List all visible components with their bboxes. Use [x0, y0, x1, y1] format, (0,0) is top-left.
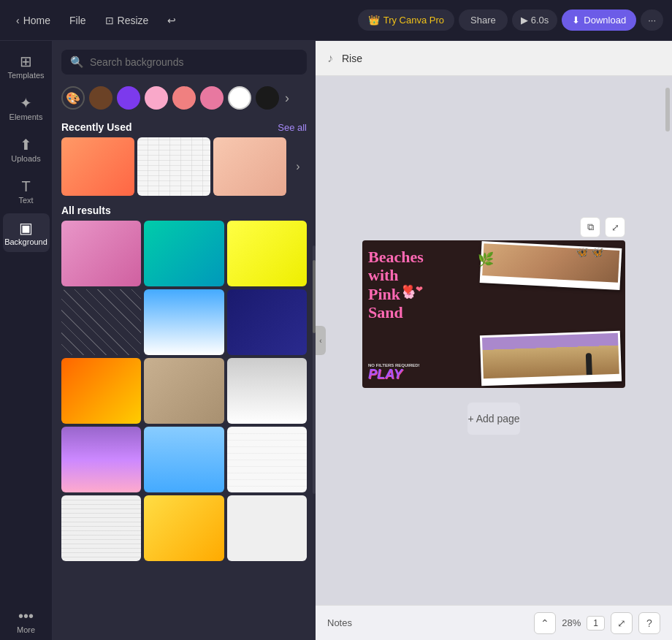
- result-thumb-12[interactable]: [227, 427, 307, 492]
- sidebar-item-background[interactable]: ▣ Background: [3, 213, 50, 252]
- music-icon: ♪: [327, 52, 333, 65]
- more-icon: •••: [18, 609, 34, 623]
- fullscreen-icon: ⤢: [617, 617, 626, 629]
- more-slide-button[interactable]: ⤢: [605, 217, 625, 237]
- search-box[interactable]: 🔍: [61, 50, 307, 75]
- bottom-bar: Notes ⌃ 28% 1 ⤢ ?: [316, 605, 672, 640]
- fullscreen-button[interactable]: ⤢: [611, 612, 633, 634]
- salmon-swatch[interactable]: [172, 86, 196, 110]
- result-thumb-1[interactable]: [61, 221, 141, 286]
- slide-card[interactable]: Beaches with Pink 🌸 Sand ❤️ ❤ NO FILTERS…: [362, 240, 625, 388]
- resize-button[interactable]: ⊡ Resize: [98, 10, 156, 31]
- pink-medium-swatch[interactable]: [200, 86, 224, 110]
- sidebar-item-text[interactable]: T Text: [3, 172, 50, 210]
- try-pro-label: Try Canva Pro: [383, 15, 444, 26]
- notes-expand-button[interactable]: ⌃: [534, 612, 556, 634]
- panel-scroll[interactable]: Recently Used See all › All results: [53, 115, 316, 640]
- slide-line1: Beaches: [368, 248, 424, 266]
- add-page-label: + Add page: [467, 413, 519, 424]
- result-thumb-9[interactable]: [227, 358, 307, 424]
- palette-swatch[interactable]: 🎨: [61, 86, 85, 110]
- result-thumb-8[interactable]: [144, 358, 224, 424]
- play-duration: 6.0s: [531, 15, 549, 26]
- canvas-title: Rise: [342, 53, 362, 64]
- result-thumb-10[interactable]: [61, 427, 141, 492]
- share-button[interactable]: Share: [459, 9, 508, 31]
- home-label: Home: [23, 15, 50, 26]
- result-thumb-2[interactable]: [144, 221, 224, 286]
- result-thumb-14[interactable]: [144, 495, 224, 561]
- home-button[interactable]: ‹ Home: [9, 10, 58, 31]
- sidebar-item-uploads[interactable]: ⬆ Uploads: [3, 130, 50, 169]
- main-layout: ⊞ Templates ✦ Elements ⬆ Uploads T Text …: [0, 41, 672, 640]
- resize-icon: ⊡: [105, 15, 114, 26]
- resize-label: Resize: [118, 15, 149, 26]
- result-thumb-11[interactable]: [144, 427, 224, 492]
- zoom-label: 28%: [562, 617, 581, 628]
- slide-container[interactable]: ⧉ ⤢ Beaches with Pink �: [362, 240, 625, 388]
- download-button[interactable]: ⬇ Download: [562, 9, 636, 31]
- result-thumb-15[interactable]: [227, 495, 307, 561]
- recent-thumb-1[interactable]: [61, 137, 134, 196]
- recently-used-title: Recently Used: [61, 121, 131, 133]
- file-label: File: [69, 15, 86, 26]
- canvas-main[interactable]: ⧉ ⤢ Beaches with Pink �: [316, 76, 672, 605]
- white-swatch[interactable]: [228, 86, 251, 110]
- sidebar-item-elements[interactable]: ✦ Elements: [3, 88, 50, 127]
- slide-line3: Pink: [368, 285, 400, 303]
- templates-label: Templates: [7, 71, 44, 80]
- expand-icon: ⤢: [611, 222, 619, 233]
- canvas-scroll-thumb: [665, 88, 670, 132]
- play-button[interactable]: ▶ 6.0s: [512, 9, 558, 31]
- uploads-icon: ⬆: [20, 137, 32, 152]
- sidebar-nav: ⊞ Templates ✦ Elements ⬆ Uploads T Text …: [0, 41, 53, 640]
- result-thumb-3[interactable]: [227, 221, 307, 286]
- recently-used-next[interactable]: ›: [289, 137, 307, 196]
- uploads-label: Uploads: [11, 154, 40, 163]
- results-grid: [53, 221, 316, 567]
- chevron-left-icon: ‹: [16, 15, 20, 26]
- notes-label: Notes: [327, 617, 352, 628]
- result-thumb-7[interactable]: [61, 358, 141, 424]
- result-thumb-4[interactable]: [61, 289, 141, 355]
- swatches-next-arrow[interactable]: ›: [285, 91, 289, 106]
- result-thumb-13[interactable]: [61, 495, 141, 561]
- brown-swatch[interactable]: [89, 86, 112, 110]
- elements-label: Elements: [9, 113, 43, 121]
- result-thumb-5[interactable]: [144, 289, 224, 355]
- download-label: Download: [584, 15, 626, 26]
- search-icon: 🔍: [70, 56, 84, 69]
- hearts-decoration: ❤️ ❤: [402, 284, 423, 294]
- help-button[interactable]: ?: [638, 612, 660, 634]
- add-page-bar[interactable]: + Add page: [467, 403, 519, 435]
- color-swatches: 🎨 ›: [53, 80, 316, 115]
- flower-icon: 🌿: [478, 251, 507, 267]
- crown-icon: 👑: [368, 15, 380, 26]
- recent-thumb-2[interactable]: [137, 137, 210, 196]
- more-options-button[interactable]: ···: [641, 9, 663, 31]
- dots-icon: ···: [648, 15, 656, 26]
- result-thumb-6[interactable]: [227, 289, 307, 355]
- purple-swatch[interactable]: [117, 86, 140, 110]
- chevron-up-icon: ⌃: [541, 617, 549, 629]
- canvas-scrollbar[interactable]: [665, 82, 671, 570]
- sidebar-item-templates[interactable]: ⊞ Templates: [3, 47, 50, 85]
- download-icon: ⬇: [572, 15, 580, 26]
- copy-slide-button[interactable]: ⧉: [580, 217, 600, 237]
- search-input[interactable]: [90, 56, 298, 68]
- black-swatch[interactable]: [256, 86, 279, 110]
- undo-icon: ↩: [167, 15, 176, 26]
- file-button[interactable]: File: [62, 10, 93, 31]
- undo-button[interactable]: ↩: [160, 10, 183, 31]
- butterfly-icon: 🦋 🦋: [576, 246, 603, 258]
- canvas-area: ♪ Rise ⧉ ⤢: [316, 41, 672, 640]
- see-all-link[interactable]: See all: [278, 122, 307, 133]
- pink-light-swatch[interactable]: [145, 86, 168, 110]
- all-results-title: All results: [61, 205, 111, 216]
- sidebar-item-more[interactable]: ••• More: [3, 601, 50, 640]
- recent-thumb-3[interactable]: [213, 137, 286, 196]
- try-pro-button[interactable]: 👑 Try Canva Pro: [358, 9, 454, 31]
- collapse-panel-handle[interactable]: ‹: [316, 326, 326, 355]
- all-results-header: All results: [53, 199, 316, 221]
- background-panel: 🔍 🎨 › Recently Used See all: [53, 41, 316, 640]
